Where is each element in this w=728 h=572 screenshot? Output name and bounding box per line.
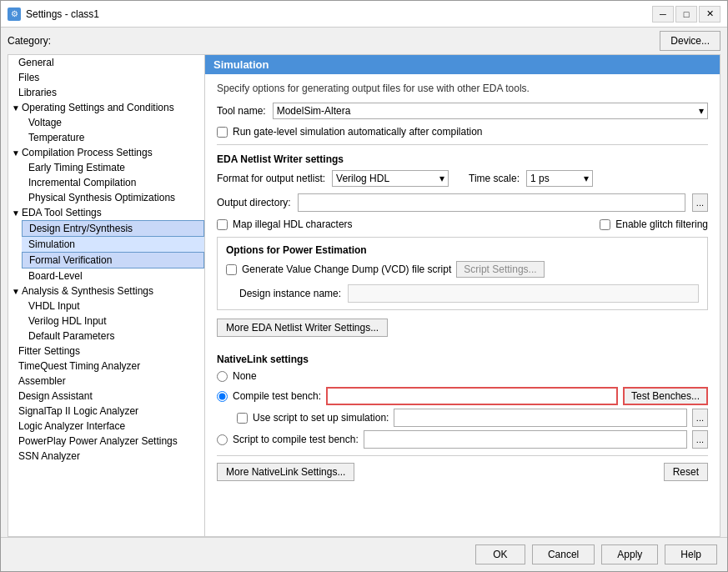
script-settings-btn[interactable]: Script Settings... — [456, 261, 544, 278]
compile-bench-label: Compile test bench: — [233, 390, 321, 402]
compilation-children: Early Timing Estimate Incremental Compil… — [8, 160, 204, 205]
help-button[interactable]: Help — [665, 544, 717, 564]
analysis-children: VHDL Input Verilog HDL Input Default Par… — [8, 299, 204, 344]
cancel-button[interactable]: Cancel — [532, 544, 595, 564]
sidebar-item-vhdl[interactable]: VHDL Input — [22, 299, 204, 314]
sidebar-group-analysis-header[interactable]: ▼ Analysis & Synthesis Settings — [8, 283, 204, 299]
title-bar-left: ⚙ Settings - class1 — [8, 8, 99, 21]
bottom-bar: OK Cancel Apply Help — [1, 537, 727, 571]
format-row: Format for output netlist: Verilog HDL ▾… — [217, 170, 708, 187]
divider-1 — [217, 144, 708, 145]
sidebar-item-voltage[interactable]: Voltage — [22, 115, 204, 130]
power-estimation-title: Options for Power Estimation — [226, 244, 699, 256]
use-script-browse-btn[interactable]: ... — [692, 409, 708, 427]
tool-name-select[interactable]: ModelSim-Altera ▾ — [273, 103, 708, 119]
format-select[interactable]: Verilog HDL ▾ — [332, 170, 449, 187]
sidebar-group-compilation-header[interactable]: ▼ Compilation Process Settings — [8, 145, 204, 160]
sidebar-item-physical-synthesis[interactable]: Physical Synthesis Optimizations — [22, 190, 204, 205]
sidebar-item-powerplay[interactable]: PowerPlay Power Analyzer Settings — [8, 434, 204, 449]
compile-bench-radio[interactable] — [217, 391, 228, 402]
map-illegal-label: Map illegal HDL characters — [233, 218, 353, 230]
enable-glitch-checkbox[interactable] — [600, 219, 610, 230]
minimize-button[interactable]: ─ — [652, 6, 674, 23]
sidebar-item-general[interactable]: General — [8, 55, 204, 70]
top-bar: Category: Device... — [1, 28, 727, 54]
sidebar-item-simulation[interactable]: Simulation — [22, 237, 204, 252]
panel-header: Simulation — [205, 55, 720, 74]
sidebar-item-fitter[interactable]: Fitter Settings — [8, 344, 204, 359]
tool-name-value: ModelSim-Altera — [277, 105, 351, 117]
design-instance-row: Design instance name: — [226, 284, 699, 303]
device-button[interactable]: Device... — [660, 31, 720, 51]
script-compile-input[interactable] — [364, 430, 687, 449]
sidebar-item-temperature[interactable]: Temperature — [22, 130, 204, 145]
run-gate-level-label: Run gate-level simulation automatically … — [233, 126, 482, 138]
caret-icon-3: ▼ — [12, 208, 20, 218]
none-radio-row: None — [217, 370, 708, 382]
sidebar-group-eda: ▼ EDA Tool Settings Design Entry/Synthes… — [8, 205, 204, 283]
settings-window: ⚙ Settings - class1 ─ □ ✕ Category: Devi… — [0, 0, 728, 572]
time-scale-label: Time scale: — [469, 173, 520, 184]
script-compile-row: Script to compile test bench: ... — [217, 430, 708, 449]
format-value: Verilog HDL — [336, 173, 389, 184]
caret-icon: ▼ — [12, 103, 20, 113]
design-instance-input[interactable] — [348, 284, 699, 303]
caret-icon-4: ▼ — [12, 287, 20, 296]
sidebar-item-assembler[interactable]: Assembler — [8, 374, 204, 389]
use-script-checkbox[interactable] — [237, 413, 248, 424]
sidebar-item-files[interactable]: Files — [8, 70, 204, 85]
sidebar-item-default-params[interactable]: Default Parameters — [22, 329, 204, 344]
test-benches-btn[interactable]: Test Benches... — [623, 387, 708, 405]
time-scale-select[interactable]: 1 ps ▾ — [526, 170, 593, 187]
run-gate-level-row: Run gate-level simulation automatically … — [217, 126, 708, 138]
design-instance-label: Design instance name: — [239, 288, 341, 299]
script-compile-browse-btn[interactable]: ... — [692, 430, 708, 449]
none-label: None — [233, 370, 257, 382]
sidebar-group-eda-header[interactable]: ▼ EDA Tool Settings — [8, 205, 204, 220]
output-dir-label: Output directory: — [217, 197, 291, 208]
sidebar: General Files Libraries ▼ Operating Sett… — [8, 55, 205, 536]
close-button[interactable]: ✕ — [699, 6, 720, 23]
use-script-input[interactable] — [394, 409, 686, 427]
apply-button[interactable]: Apply — [601, 544, 658, 564]
map-illegal-row: Map illegal HDL characters Enable glitch… — [217, 218, 708, 230]
sidebar-group-operating-header[interactable]: ▼ Operating Settings and Conditions — [8, 100, 204, 115]
more-nativelink-btn[interactable]: More NativeLink Settings... — [217, 463, 354, 481]
sidebar-item-ssn[interactable]: SSN Analyzer — [8, 449, 204, 464]
enable-glitch-label: Enable glitch filtering — [615, 218, 708, 230]
format-dropdown-icon: ▾ — [439, 173, 444, 184]
sidebar-item-board-level[interactable]: Board-Level — [22, 268, 204, 283]
reset-btn[interactable]: Reset — [664, 463, 708, 481]
script-compile-label: Script to compile test bench: — [233, 434, 359, 445]
maximize-button[interactable]: □ — [675, 6, 697, 23]
eda-tool-label: EDA Tool Settings — [22, 207, 102, 218]
compile-bench-input[interactable] — [326, 387, 618, 405]
caret-icon-2: ▼ — [12, 148, 20, 158]
sidebar-item-logic-analyzer[interactable]: Logic Analyzer Interface — [8, 419, 204, 434]
none-radio[interactable] — [217, 371, 228, 382]
compile-bench-radio-row: Compile test bench: Test Benches... — [217, 387, 708, 405]
output-dir-browse-btn[interactable]: ... — [692, 193, 708, 212]
ok-button[interactable]: OK — [475, 544, 525, 564]
time-scale-dropdown-icon: ▾ — [584, 173, 589, 184]
generate-vcd-checkbox[interactable] — [226, 264, 237, 275]
script-compile-radio[interactable] — [217, 434, 228, 445]
sidebar-item-verilog[interactable]: Verilog HDL Input — [22, 314, 204, 329]
eda-children: Design Entry/Synthesis Simulation Formal… — [8, 220, 204, 283]
more-eda-btn[interactable]: More EDA Netlist Writer Settings... — [217, 319, 388, 337]
output-dir-input[interactable]: simulation/modelsim — [298, 193, 685, 212]
sidebar-group-analysis: ▼ Analysis & Synthesis Settings VHDL Inp… — [8, 283, 204, 344]
sidebar-item-incremental[interactable]: Incremental Compilation — [22, 175, 204, 190]
sidebar-item-signaltap[interactable]: SignalTap II Logic Analyzer — [8, 404, 204, 419]
run-gate-level-checkbox[interactable] — [217, 127, 228, 138]
panel-body: Specify options for generating output fi… — [205, 74, 720, 536]
sidebar-item-design-entry[interactable]: Design Entry/Synthesis — [22, 220, 204, 237]
divider-2 — [217, 455, 708, 456]
sidebar-item-design-assistant[interactable]: Design Assistant — [8, 389, 204, 404]
nativelink-title: NativeLink settings — [217, 354, 708, 365]
sidebar-item-libraries[interactable]: Libraries — [8, 85, 204, 100]
sidebar-item-formal[interactable]: Formal Verification — [22, 252, 204, 268]
sidebar-item-timequest[interactable]: TimeQuest Timing Analyzer — [8, 359, 204, 374]
map-illegal-checkbox[interactable] — [217, 219, 228, 230]
sidebar-item-early-timing[interactable]: Early Timing Estimate — [22, 160, 204, 175]
